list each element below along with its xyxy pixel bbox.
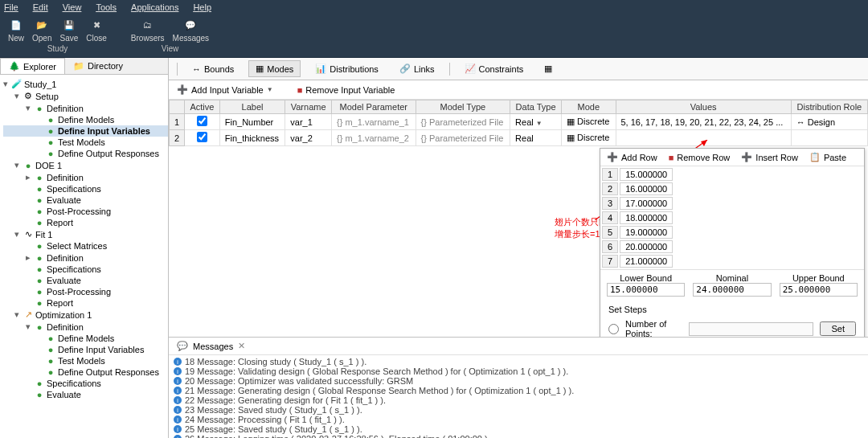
tree-doe-postprocessing[interactable]: ●Post-Processing bbox=[3, 206, 168, 217]
chevron-down-icon: ▼ bbox=[267, 86, 273, 93]
insert-row-button[interactable]: ➕Insert Row bbox=[741, 152, 798, 162]
tree-fit-report[interactable]: ●Report bbox=[3, 297, 168, 309]
explorer-tree[interactable]: ▾🧪Study_1 ▾⚙Setup ▾●Definition ●Define M… bbox=[0, 75, 168, 438]
modes-icon: ▦ bbox=[256, 63, 264, 74]
menu-applications[interactable]: Applications bbox=[131, 2, 178, 12]
browsers-button[interactable]: 🗂Browsers bbox=[131, 17, 165, 43]
tree-fit-evaluate[interactable]: ●Evaluate bbox=[3, 275, 168, 286]
check-icon: ● bbox=[34, 207, 45, 216]
tree-icon: 🌲 bbox=[9, 61, 20, 72]
mode-icon: ▦ bbox=[567, 117, 575, 126]
tab-extra[interactable]: ▦ bbox=[538, 61, 559, 76]
check-icon: ● bbox=[34, 298, 45, 308]
tree-setup[interactable]: ▾⚙Setup bbox=[3, 90, 168, 102]
add-input-variable-button[interactable]: ➕Add Input Variable ▼ bbox=[177, 84, 273, 95]
menu-edit[interactable]: Edit bbox=[33, 2, 48, 12]
tab-constraints[interactable]: 📈Constraints bbox=[458, 61, 530, 76]
col-type[interactable]: Model Type bbox=[416, 100, 510, 114]
tree-opt-define-models[interactable]: ●Define Models bbox=[3, 333, 168, 344]
col-label[interactable]: Label bbox=[219, 100, 285, 114]
distributions-icon: 📊 bbox=[315, 63, 326, 74]
tree-fit-definition[interactable]: ▸●Definition bbox=[3, 252, 168, 264]
add-row-button[interactable]: ➕Add Row bbox=[607, 152, 657, 162]
values-list[interactable]: 115.000000 216.000000 317.000000 418.000… bbox=[600, 166, 674, 269]
info-icon: i bbox=[174, 415, 182, 424]
tree-definition[interactable]: ▾●Definition bbox=[3, 102, 168, 114]
tab-distributions[interactable]: 📊Distributions bbox=[309, 61, 385, 76]
nominal-input[interactable] bbox=[693, 283, 771, 297]
col-varname[interactable]: Varname bbox=[285, 100, 332, 114]
tree-study[interactable]: ▾🧪Study_1 bbox=[3, 78, 168, 90]
lower-bound-input[interactable] bbox=[607, 283, 685, 297]
remove-row-button[interactable]: ■Remove Row bbox=[669, 152, 731, 162]
tree-doe-definition[interactable]: ▸●Definition bbox=[3, 171, 168, 183]
tab-links[interactable]: 🔗Links bbox=[393, 61, 441, 76]
menu-tools[interactable]: Tools bbox=[96, 2, 117, 12]
messages-icon: 💬 bbox=[177, 341, 188, 351]
table-row[interactable]: 1 Fin_Number var_1 {} m_1.varname_1 {} P… bbox=[170, 114, 868, 130]
tree-doe1[interactable]: ▾●DOE 1 bbox=[3, 159, 168, 171]
messages-button[interactable]: 💬Messages bbox=[173, 17, 210, 43]
open-folder-icon: 📂 bbox=[34, 17, 50, 33]
ellipsis-button[interactable]: ... bbox=[776, 117, 783, 127]
nominal-label: Nominal bbox=[716, 273, 748, 283]
table-row[interactable]: 2 Fin_thickness var_2 {} m_1.varname_2 {… bbox=[170, 130, 868, 146]
active-checkbox[interactable] bbox=[197, 132, 207, 142]
tree-opt-evaluate[interactable]: ●Evaluate bbox=[3, 389, 168, 400]
info-icon: i bbox=[174, 358, 182, 366]
tree-opt-definition[interactable]: ▾●Definition bbox=[3, 321, 168, 333]
save-button[interactable]: 💾Save bbox=[59, 17, 78, 43]
new-doc-icon: 📄 bbox=[8, 17, 24, 33]
tree-define-input-vars[interactable]: ●Define Input Variables bbox=[3, 125, 168, 137]
new-button[interactable]: 📄New bbox=[8, 17, 24, 43]
check-icon: ● bbox=[34, 241, 45, 251]
upper-bound-input[interactable] bbox=[780, 283, 858, 297]
open-button[interactable]: 📂Open bbox=[32, 17, 51, 43]
messages-log[interactable]: i18 Message: Closing study ( Study_1 ( s… bbox=[169, 355, 868, 438]
tree-fit1[interactable]: ▾∿Fit 1 bbox=[3, 228, 168, 240]
tree-fit-postprocessing[interactable]: ●Post-Processing bbox=[3, 286, 168, 297]
info-icon: i bbox=[174, 367, 182, 375]
active-checkbox[interactable] bbox=[197, 116, 207, 126]
info-icon: i bbox=[174, 435, 182, 438]
tree-fit-select-matrices[interactable]: ●Select Matrices bbox=[3, 240, 168, 252]
tree-doe-report[interactable]: ●Report bbox=[3, 217, 168, 228]
remove-input-variable-button[interactable]: ■Remove Input Variable bbox=[297, 85, 395, 95]
variables-grid[interactable]: Active Label Varname Model Parameter Mod… bbox=[169, 100, 868, 146]
messages-tab-label[interactable]: Messages bbox=[193, 342, 233, 351]
menu-help[interactable]: Help bbox=[193, 2, 211, 12]
close-button[interactable]: ✖Close bbox=[86, 17, 107, 43]
tab-explorer[interactable]: 🌲Explorer bbox=[0, 58, 65, 74]
tree-define-output[interactable]: ●Define Output Responses bbox=[3, 148, 168, 159]
col-values[interactable]: Values bbox=[616, 100, 791, 114]
col-dtype[interactable]: Data Type bbox=[510, 100, 562, 114]
tree-doe-specifications[interactable]: ●Specifications bbox=[3, 183, 168, 194]
tree-opt-define-output[interactable]: ●Define Output Responses bbox=[3, 366, 168, 378]
menu-file[interactable]: File bbox=[4, 2, 18, 12]
tree-fit-specifications[interactable]: ●Specifications bbox=[3, 264, 168, 275]
links-icon: 🔗 bbox=[399, 63, 411, 74]
check-icon: ● bbox=[45, 149, 56, 158]
tree-doe-evaluate[interactable]: ●Evaluate bbox=[3, 194, 168, 206]
col-distrole[interactable]: Distribution Role bbox=[791, 100, 867, 114]
num-points-radio[interactable] bbox=[608, 324, 619, 334]
chevron-down-icon[interactable]: ▼ bbox=[536, 120, 542, 127]
col-mode[interactable]: Mode bbox=[562, 100, 616, 114]
info-icon: i bbox=[174, 406, 182, 414]
tree-optimization1[interactable]: ▾↗Optimization 1 bbox=[3, 309, 168, 321]
tree-test-models[interactable]: ●Test Models bbox=[3, 137, 168, 148]
col-active[interactable]: Active bbox=[185, 100, 220, 114]
close-icon[interactable]: ✕ bbox=[238, 341, 245, 351]
set-num-points-button[interactable]: Set bbox=[820, 321, 856, 336]
tree-opt-test-models[interactable]: ●Test Models bbox=[3, 355, 168, 366]
tab-bounds[interactable]: ↔Bounds bbox=[186, 62, 240, 76]
paste-button[interactable]: 📋Paste bbox=[809, 152, 846, 162]
tab-modes[interactable]: ▦Modes bbox=[248, 60, 301, 77]
tree-opt-specifications[interactable]: ●Specifications bbox=[3, 378, 168, 389]
menu-view[interactable]: View bbox=[63, 2, 82, 12]
col-param[interactable]: Model Parameter bbox=[332, 100, 416, 114]
check-icon: ● bbox=[34, 218, 45, 227]
tree-define-models[interactable]: ●Define Models bbox=[3, 114, 168, 125]
tab-directory[interactable]: 📁Directory bbox=[65, 58, 131, 74]
tree-opt-define-input-vars[interactable]: ●Define Input Variables bbox=[3, 344, 168, 355]
